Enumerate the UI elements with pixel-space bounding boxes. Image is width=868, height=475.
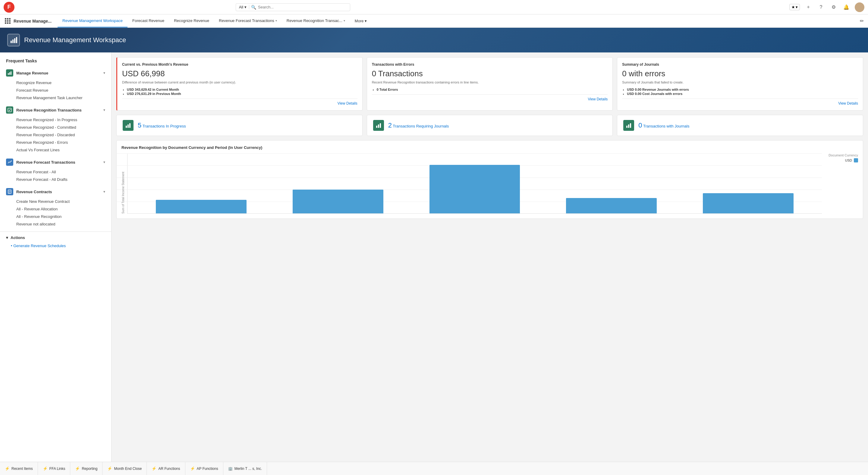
- sidebar-item-new-contract[interactable]: Create New Revenue Contract: [16, 198, 105, 205]
- bar-group-1[interactable]: [136, 153, 266, 213]
- svg-rect-20: [376, 126, 377, 128]
- view-details-link-3[interactable]: View Details: [838, 101, 858, 105]
- top-navigation: F All ▾ 🔍 ★ ▾ ＋ ? ⚙ 🔔: [0, 0, 868, 14]
- add-button[interactable]: ＋: [804, 3, 812, 11]
- sidebar-item-not-allocated[interactable]: Revenue not allocated: [16, 220, 105, 228]
- sidebar-item-errors[interactable]: Revenue Recognized - Errors: [16, 139, 105, 146]
- tab-workspace[interactable]: Revenue Management Workspace: [58, 14, 127, 27]
- recognition-label: Revenue Recognition Transactions: [16, 108, 100, 113]
- sidebar-item-recognize-revenue[interactable]: Recognize Revenue: [16, 79, 105, 87]
- main-content: Frequent Tasks Manage Revenue ▾ Recogniz…: [0, 53, 868, 462]
- view-btn-2: View Details: [372, 94, 608, 101]
- favorites-button[interactable]: ★ ▾: [789, 4, 800, 10]
- bar-group-3[interactable]: [410, 153, 539, 213]
- svg-rect-3: [12, 39, 13, 43]
- sidebar-item-forecast-lines[interactable]: Actual Vs Forecast Lines: [16, 146, 105, 154]
- search-icon: 🔍: [251, 5, 256, 10]
- sidebar-item-forecast-revenue[interactable]: Forecast Revenue: [16, 87, 105, 94]
- app-header: Revenue Manage... Revenue Management Wor…: [0, 14, 868, 28]
- edit-page-button[interactable]: ✏: [856, 18, 868, 24]
- page-title: Revenue Management Workspace: [24, 36, 126, 44]
- svg-rect-19: [129, 123, 130, 128]
- sidebar-item-recognition[interactable]: All - Revenue Recognition: [16, 213, 105, 220]
- sidebar-actions: ▾ Actions Generate Revenue Schedules: [0, 231, 111, 253]
- search-input[interactable]: [258, 5, 336, 9]
- tab-recognition-transactions[interactable]: Revenue Recognition Transac... ▾: [282, 14, 350, 27]
- forecast-items: Revenue Forecast - All Revenue Forecast …: [0, 168, 111, 186]
- widget-value-1: USD 66,998: [122, 69, 358, 78]
- counter-label-2[interactable]: Transactions Requiring Journals: [393, 124, 449, 128]
- bar-group-5[interactable]: [683, 153, 813, 213]
- counter-label-1[interactable]: Transactions In Progress: [143, 124, 186, 128]
- bar-group-4[interactable]: [547, 153, 676, 213]
- sidebar: Frequent Tasks Manage Revenue ▾ Recogniz…: [0, 53, 112, 462]
- sidebar-item-in-progress[interactable]: Revenue Recognized - In Progress: [16, 116, 105, 124]
- chart-legend: Document Currency USD: [829, 153, 858, 162]
- widget-revenue-comparison: Current vs. Previous Month's Revenue USD…: [116, 57, 363, 110]
- chart-wrapper: Document Currency USD Sum of Total Incom…: [121, 153, 858, 214]
- bar-group-2[interactable]: [273, 153, 403, 213]
- chevron-down-icon: ▾: [103, 160, 105, 164]
- sidebar-item-forecast-drafts[interactable]: Revenue Forecast - All Drafts: [16, 176, 105, 183]
- chevron-down-icon: ▾: [796, 5, 798, 9]
- view-details-link-1[interactable]: View Details: [338, 101, 358, 105]
- sidebar-item-task-launcher[interactable]: Revenue Management Task Launcher: [16, 94, 105, 102]
- bullet-prev-month: USD 276,631.29 in Previous Month: [127, 92, 358, 96]
- svg-rect-18: [127, 124, 129, 128]
- sidebar-actions-header[interactable]: ▾ Actions: [6, 235, 105, 240]
- tab-recognize-revenue[interactable]: Recognize Revenue: [169, 14, 214, 27]
- widget-value-3: 0 with errors: [622, 69, 858, 78]
- help-button[interactable]: ?: [817, 3, 825, 11]
- sidebar-action-generate-schedules[interactable]: Generate Revenue Schedules: [6, 242, 105, 249]
- tab-forecast-transactions[interactable]: Revenue Forecast Transactions ▾: [214, 14, 282, 27]
- svg-point-1: [856, 8, 863, 12]
- sidebar-item-committed[interactable]: Revenue Recognized - Committed: [16, 124, 105, 131]
- app-tabs: Revenue Management Workspace Forecast Re…: [58, 14, 856, 27]
- manage-revenue-icon: [6, 69, 13, 76]
- bar-5: [703, 193, 794, 214]
- bullet-current-month: USD 343,629.42 in Current Month: [127, 88, 358, 91]
- bar-3: [430, 165, 520, 213]
- avatar[interactable]: [855, 2, 864, 12]
- svg-line-11: [9, 109, 10, 110]
- app-title-area: Revenue Manage...: [5, 18, 58, 24]
- sidebar-group-forecast[interactable]: Revenue Forecast Transactions ▾: [0, 156, 111, 168]
- counter-number-3: 0: [638, 122, 642, 129]
- sidebar-item-discarded[interactable]: Revenue Recognized - Discarded: [16, 131, 105, 139]
- svg-rect-22: [380, 123, 381, 128]
- svg-rect-25: [630, 123, 631, 128]
- legend-title: Document Currency: [829, 153, 858, 157]
- sidebar-group-contracts[interactable]: Revenue Contracts ▾: [0, 186, 111, 198]
- search-scope-button[interactable]: All ▾: [239, 5, 249, 9]
- legend-item: USD: [845, 158, 858, 162]
- sidebar-group-recognition[interactable]: Revenue Recognition Transactions ▾: [0, 104, 111, 116]
- bar-4: [566, 198, 657, 214]
- app-switcher-icon[interactable]: [5, 18, 10, 24]
- svg-rect-6: [8, 73, 9, 75]
- chart-grid: 200k 160k 120k 80k 40k: [127, 153, 822, 214]
- sidebar-group-manage-revenue[interactable]: Manage Revenue ▾: [0, 67, 111, 79]
- widget-title-2: Transactions with Errors: [372, 62, 608, 67]
- tab-forecast-revenue[interactable]: Forecast Revenue: [127, 14, 169, 27]
- sidebar-item-forecast-all[interactable]: Revenue Forecast - All: [16, 168, 105, 176]
- counter-label-3[interactable]: Transactions with Journals: [643, 124, 689, 128]
- app-logo[interactable]: F: [4, 2, 14, 13]
- widget-transactions-errors: Transactions with Errors 0 Transactions …: [367, 57, 613, 110]
- app-title: Revenue Manage...: [13, 19, 52, 24]
- counter-number-1: 5: [138, 122, 141, 129]
- view-details-link-2[interactable]: View Details: [588, 97, 608, 101]
- chart-y-label: Sum of Total Income Statement: [121, 153, 125, 214]
- bullet-revenue-journals: USD 0.00 Revenue Journals with errors: [627, 88, 858, 91]
- svg-rect-17: [126, 126, 127, 128]
- forecast-label: Revenue Forecast Transactions: [16, 160, 100, 164]
- tab-more[interactable]: More ▾: [350, 14, 372, 27]
- svg-rect-21: [378, 124, 379, 128]
- settings-button[interactable]: ⚙: [830, 3, 838, 11]
- notifications-button[interactable]: 🔔: [842, 3, 850, 11]
- counter-in-progress: 5 Transactions In Progress: [116, 115, 363, 136]
- manage-revenue-label: Manage Revenue: [16, 71, 100, 75]
- sidebar-item-allocation[interactable]: All - Revenue Allocation: [16, 205, 105, 213]
- svg-rect-7: [9, 72, 10, 75]
- page-header-icon: [7, 34, 20, 46]
- contracts-label: Revenue Contracts: [16, 190, 100, 194]
